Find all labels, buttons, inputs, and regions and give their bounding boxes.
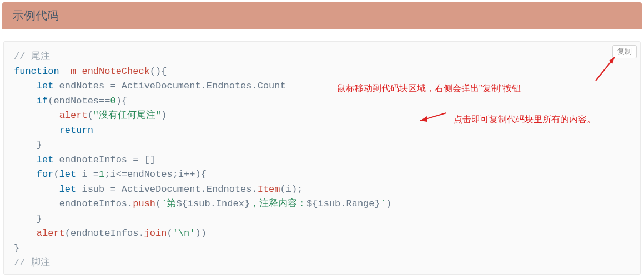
annotation-click-hint: 点击即可复制代码块里所有的内容。 <box>454 113 598 126</box>
arrow-to-code-icon <box>416 110 455 128</box>
code-line: // 尾注 <box>14 51 50 62</box>
keyword: function <box>14 66 59 77</box>
code-block: 复制 鼠标移动到代码块区域，右侧会弹出"复制"按钮 点击即可复制代码块里所有的内… <box>3 41 641 275</box>
annotation-hover-hint: 鼠标移动到代码块区域，右侧会弹出"复制"按钮 <box>337 82 598 95</box>
func-name: _m_endNoteCheck <box>65 66 150 77</box>
section-header: 示例代码 <box>2 2 642 29</box>
section-title: 示例代码 <box>12 8 632 23</box>
